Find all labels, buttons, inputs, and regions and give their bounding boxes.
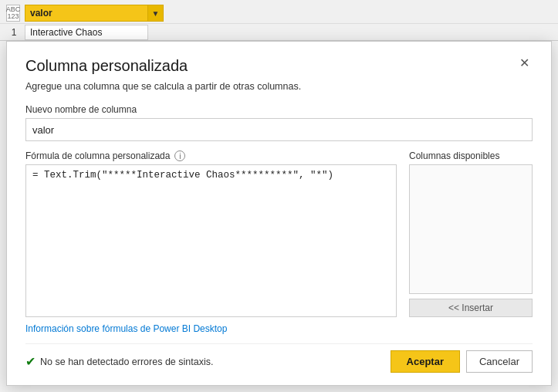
- column-name-input[interactable]: [25, 118, 533, 141]
- dialog-title: Columna personalizada: [25, 57, 188, 75]
- columns-available-label: Columnas disponibles: [409, 150, 533, 161]
- sheet-cell[interactable]: Interactive Chaos: [25, 25, 148, 40]
- dialog-footer: ✔ No se han detectado errores de sintaxi…: [25, 343, 533, 373]
- column-header[interactable]: valor: [25, 5, 148, 22]
- dialog-title-row: Columna personalizada ✕: [25, 57, 533, 75]
- check-icon: ✔: [25, 354, 36, 369]
- column-name-label: Nuevo nombre de columna: [25, 104, 533, 115]
- dialog-subtitle: Agregue una columna que se calcula a par…: [25, 81, 533, 92]
- cell-value: Interactive Chaos: [30, 27, 102, 38]
- sheet-header-row: ABC 123 valor ▼: [0, 3, 558, 23]
- sheet-data-row: 1 Interactive Chaos: [0, 23, 558, 40]
- info-icon[interactable]: i: [174, 150, 185, 161]
- validation-status: ✔ No se han detectado errores de sintaxi…: [25, 354, 213, 369]
- formula-label: Fórmula de columna personalizada: [25, 150, 170, 161]
- footer-buttons: Aceptar Cancelar: [391, 350, 533, 373]
- dropdown-arrow-icon: ▼: [152, 9, 160, 18]
- formula-left-panel: Fórmula de columna personalizada i: [25, 150, 397, 317]
- formula-info-link[interactable]: Información sobre fórmulas de Power BI D…: [25, 323, 533, 334]
- formula-right-panel: Columnas disponibles << Insertar: [409, 150, 533, 317]
- column-type-icon: ABC 123: [6, 5, 22, 22]
- cancel-button[interactable]: Cancelar: [466, 350, 533, 373]
- columns-list[interactable]: [409, 164, 533, 294]
- column-header-text: valor: [30, 8, 52, 19]
- sheet-area: ABC 123 valor ▼ 1 Interactive Chaos: [0, 0, 558, 41]
- column-dropdown-button[interactable]: ▼: [148, 5, 164, 22]
- custom-column-dialog: Columna personalizada ✕ Agregue una colu…: [6, 41, 552, 386]
- overlay-background: Columna personalizada ✕ Agregue una colu…: [0, 41, 558, 392]
- status-text: No se han detectado errores de sintaxis.: [40, 357, 213, 367]
- accept-button[interactable]: Aceptar: [391, 350, 460, 373]
- dialog-close-button[interactable]: ✕: [516, 57, 533, 69]
- row-number: 1: [6, 27, 25, 38]
- formula-textarea[interactable]: [25, 164, 397, 317]
- insert-button[interactable]: << Insertar: [409, 299, 533, 317]
- formula-label-row: Fórmula de columna personalizada i: [25, 150, 397, 161]
- formula-section: Fórmula de columna personalizada i Colum…: [25, 150, 533, 317]
- 123-label: 123: [7, 13, 19, 20]
